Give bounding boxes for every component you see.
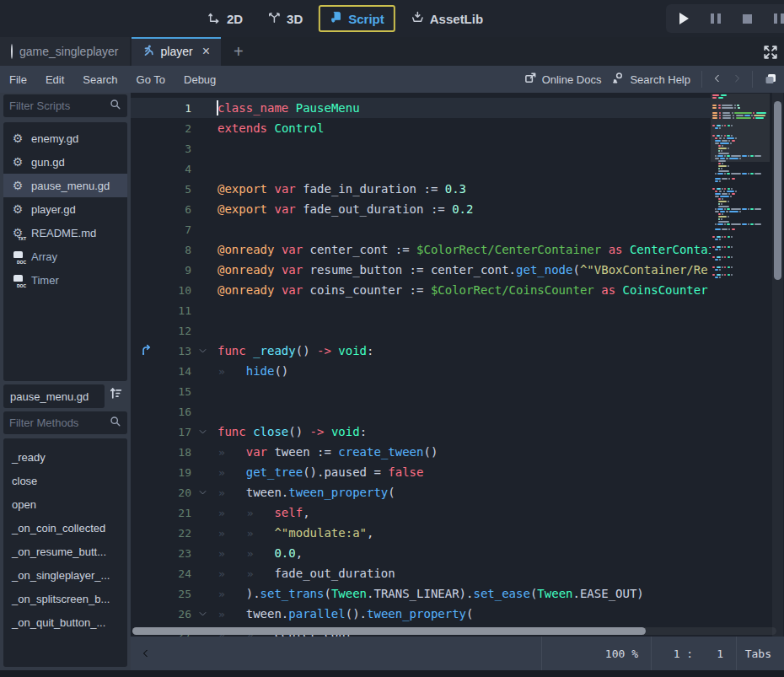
history-back-button[interactable] (713, 72, 722, 88)
line-number[interactable]: 15 (163, 385, 191, 398)
sort-methods-icon[interactable] (109, 386, 123, 404)
line-number[interactable]: 9 (163, 264, 191, 277)
code-line[interactable]: 11 (131, 300, 711, 320)
search-help-button[interactable]: Search Help (612, 72, 690, 87)
script-item-gun.gd[interactable]: ⚙gun.gd (3, 150, 127, 174)
breakpoint-gutter[interactable] (131, 344, 163, 358)
line-number[interactable]: 16 (163, 406, 191, 418)
line-number[interactable]: 25 (163, 588, 191, 600)
filter-scripts-input[interactable] (3, 94, 127, 117)
code-line[interactable]: 26»tween.parallel().tween_property( (131, 604, 711, 624)
line-number[interactable]: 8 (163, 244, 191, 256)
menu-debug[interactable]: Debug (175, 73, 225, 86)
line-number[interactable]: 26 (163, 608, 191, 621)
line-number[interactable]: 2 (163, 122, 191, 135)
line-number[interactable]: 18 (163, 446, 191, 459)
toggle-scripts-panel-icon[interactable] (142, 647, 150, 660)
fold-arrow-icon[interactable] (191, 489, 213, 497)
script-item-Array[interactable]: DOCArray (3, 244, 127, 268)
code-line[interactable]: 4 (131, 159, 711, 179)
code-line[interactable]: 18»var tween := create_tween() (131, 442, 711, 462)
menu-file[interactable]: File (0, 73, 36, 86)
line-number[interactable]: 12 (163, 325, 191, 337)
line-number[interactable]: 22 (163, 527, 191, 540)
line-number[interactable]: 5 (163, 183, 191, 196)
script-item-pause_menu.gd[interactable]: ⚙pause_menu.gd (3, 174, 127, 197)
code-line[interactable]: 14»hide() (131, 361, 711, 381)
scene-tab-player[interactable]: player× (132, 37, 221, 66)
line-number[interactable]: 21 (163, 507, 191, 519)
code-line[interactable]: 17func close() -> void: (131, 422, 711, 442)
script-item-player.gd[interactable]: ⚙player.gd (3, 197, 127, 221)
line-number[interactable]: 6 (163, 203, 191, 216)
fold-arrow-icon[interactable] (191, 428, 213, 436)
code-line[interactable]: 6@export var fade_out_duration := 0.2 (131, 199, 711, 219)
method-item-close[interactable]: close (3, 469, 127, 492)
fold-arrow-icon[interactable] (191, 610, 213, 618)
code-line[interactable]: 10@onready var coins_counter := $ColorRe… (131, 280, 711, 300)
script-item-enemy.gd[interactable]: ⚙enemy.gd (3, 126, 127, 150)
fold-arrow-icon[interactable] (191, 347, 213, 355)
code-line[interactable]: 21»»self, (131, 502, 711, 523)
menu-search[interactable]: Search (73, 73, 126, 86)
indent-type[interactable]: Tabs (736, 637, 784, 670)
line-number[interactable]: 11 (163, 304, 191, 317)
code-line[interactable]: 24»»fade_out_duration (131, 563, 711, 583)
context-tab-assetlib[interactable]: AssetLib (402, 7, 492, 30)
code-line[interactable]: 20»tween.tween_property( (131, 482, 711, 502)
menu-edit[interactable]: Edit (36, 73, 73, 86)
code-line[interactable]: 25»).set_trans(Tween.TRANS_LINEAR).set_e… (131, 583, 711, 604)
method-item-_on_quit_button_[interactable]: _on_quit_button_... (3, 610, 127, 634)
context-tab-3d[interactable]: 3D (259, 7, 312, 30)
method-item-_on_coin_collected[interactable]: _on_coin_collected (3, 516, 127, 540)
online-docs-button[interactable]: Online Docs (524, 72, 602, 87)
code-line[interactable]: 2extends Control (131, 118, 711, 138)
scene-tab-game_singleplayer[interactable]: game_singleplayer (0, 37, 130, 66)
method-item-_on_singleplayer_[interactable]: _on_singleplayer_... (3, 563, 127, 587)
context-tab-2d[interactable]: 2D (199, 7, 252, 30)
line-number[interactable]: 3 (163, 142, 191, 155)
vertical-scrollbar[interactable] (774, 101, 781, 280)
menu-go-to[interactable]: Go To (127, 73, 175, 86)
code-line[interactable]: 23»»0.0, (131, 543, 711, 563)
play-button[interactable] (679, 13, 689, 24)
new-tab-button[interactable]: + (234, 43, 244, 60)
method-item-_on_splitscreen_b[interactable]: _on_splitscreen_b... (3, 587, 127, 610)
code-line[interactable]: 15 (131, 381, 711, 401)
code-line[interactable]: 12 (131, 320, 711, 341)
line-number[interactable]: 17 (163, 426, 191, 438)
script-item-README.md[interactable]: ⚙TXTREADME.md (3, 221, 127, 244)
code-line[interactable]: 5@export var fade_in_duration := 0.3 (131, 179, 711, 199)
code-line[interactable]: 9@onready var resume_button := center_co… (131, 260, 711, 280)
horizontal-scrollbar[interactable] (132, 627, 646, 635)
line-number[interactable]: 7 (163, 223, 191, 236)
code-line[interactable]: 22»»^"modulate:a", (131, 523, 711, 543)
line-number[interactable]: 13 (163, 345, 191, 357)
code-line[interactable]: 7 (131, 219, 711, 239)
code-line[interactable]: 1class_name PauseMenu (131, 98, 711, 118)
zoom-level[interactable]: 100 % (541, 637, 651, 670)
line-number[interactable]: 20 (163, 486, 191, 499)
movie-button[interactable] (774, 13, 784, 24)
stop-button[interactable] (743, 14, 752, 24)
code-line[interactable]: 19»get_tree().paused = false (131, 462, 711, 482)
method-item-_on_resume_butt[interactable]: _on_resume_butt... (3, 540, 127, 563)
line-number[interactable]: 10 (163, 284, 191, 297)
make-floating-icon[interactable] (764, 72, 777, 88)
code-editor[interactable]: 1class_name PauseMenu2extends Control345… (131, 93, 784, 637)
script-item-Timer[interactable]: DOCTimer (3, 268, 127, 292)
history-forward-button[interactable] (733, 72, 741, 88)
line-number[interactable]: 24 (163, 567, 191, 580)
pause-button[interactable] (711, 13, 721, 24)
code-line[interactable]: 3 (131, 138, 711, 159)
line-number[interactable]: 23 (163, 547, 191, 560)
line-number[interactable]: 14 (163, 365, 191, 378)
method-item-_ready[interactable]: _ready (3, 445, 127, 469)
code-line[interactable]: 8@onready var center_cont := $ColorRect/… (131, 239, 711, 260)
filter-methods-input[interactable] (3, 411, 127, 434)
minimap[interactable] (711, 93, 770, 637)
line-number[interactable]: 4 (163, 163, 191, 175)
context-tab-script[interactable]: Script (319, 5, 395, 32)
method-item-open[interactable]: open (3, 492, 127, 516)
line-number[interactable]: 19 (163, 466, 191, 479)
